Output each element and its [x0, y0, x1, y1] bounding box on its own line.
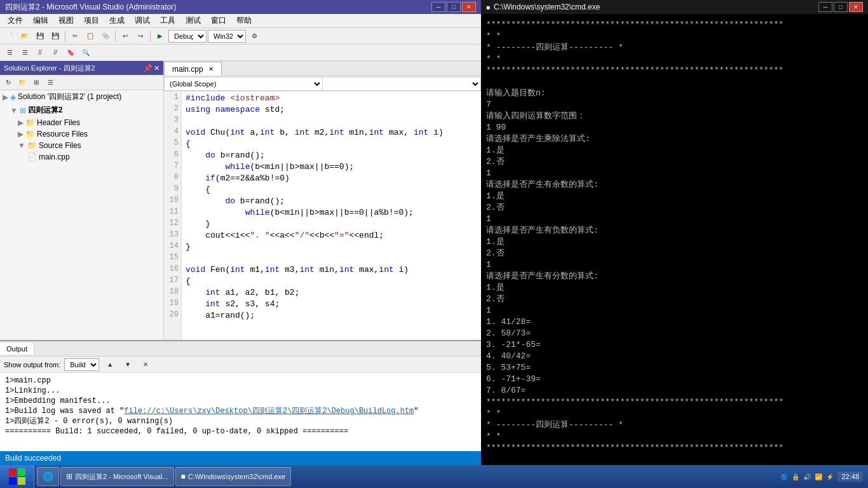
se-resource-files-item[interactable]: ▶ 📁 Resource Files — [0, 128, 163, 140]
se-source-files-item[interactable]: ▼ 📁 Source Files — [0, 140, 163, 151]
copy-btn[interactable]: 📋 — [83, 29, 97, 43]
code-content[interactable]: #include <iostream> using namespace std;… — [183, 92, 481, 340]
code-area[interactable]: 1234 5678 9101112 13141516 17181920 #inc… — [164, 92, 481, 340]
se-header-files-item[interactable]: ▶ 📁 Header Files — [0, 117, 163, 128]
cmd-problem-1: 1. 41/28= — [486, 316, 863, 328]
save-btn[interactable]: 💾 — [33, 29, 47, 43]
vs-maximize-btn[interactable]: □ — [447, 2, 461, 12]
menu-view[interactable]: 视图 — [53, 14, 79, 27]
cmd-opt3-2: 2.否 — [486, 156, 863, 168]
main-cpp-tab[interactable]: main.cpp ✕ — [164, 62, 222, 76]
menu-debug[interactable]: 调试 — [130, 14, 155, 27]
solution-label: Solution '四则运算2' (1 project) — [18, 92, 121, 102]
se-header: Solution Explorer - 四则运算2 📌 ✕ — [0, 61, 163, 75]
output-line-5: 1>四则运算2 - 0 error(s), 0 warning(s) — [5, 416, 476, 426]
menu-edit[interactable]: 编辑 — [28, 14, 53, 27]
output-tab[interactable]: Output — [0, 343, 34, 355]
cmd-close-btn[interactable]: ✕ — [849, 2, 863, 12]
redo-btn[interactable]: ↪ — [133, 29, 147, 43]
save-all-btn[interactable]: 💾 — [48, 29, 62, 43]
sep3 — [150, 30, 151, 42]
debug-config-combo[interactable]: Debug — [168, 30, 207, 43]
new-file-btn[interactable]: 📄 — [3, 29, 17, 43]
se-close-btn[interactable]: ✕ — [154, 64, 159, 72]
cmd-footer-text3: * * — [486, 431, 863, 442]
paste-btn[interactable]: 📎 — [98, 29, 112, 43]
taskbar-cmd-btn[interactable]: ■ C:\Windows\system32\cmd.exe — [175, 467, 292, 486]
se-title: Solution Explorer - 四则运算2 — [4, 64, 95, 73]
build-log-link[interactable]: file://c:\Users\zxy\Desktop\四则运算2\四则运算2\… — [124, 407, 414, 416]
vs-main: Solution Explorer - 四则运算2 📌 ✕ ↻ 📁 ⊞ ☰ ▶ … — [0, 61, 481, 340]
se-pin-btn[interactable]: 📌 — [144, 64, 153, 72]
cut-btn[interactable]: ✂ — [68, 29, 82, 43]
comment-btn[interactable]: // — [33, 46, 47, 60]
menu-window[interactable]: 窗口 — [206, 14, 231, 27]
output-line-2: 1>Linking... — [5, 386, 476, 396]
cmd-title-text: C:\Windows\system32\cmd.exe — [494, 3, 600, 11]
tray-icon-1: 🔵 — [780, 473, 788, 480]
cmd-icon: ■ — [486, 4, 490, 11]
output-line-3: 1>Embedding manifest... — [5, 396, 476, 406]
taskbar-vs-btn[interactable]: ⊞ 四则运算2 - Microsoft Visual... — [60, 467, 174, 486]
tab-close[interactable]: ✕ — [208, 65, 214, 72]
status-text: Build succeeded — [5, 454, 61, 463]
project-icon: ⊞ — [20, 106, 26, 115]
vs-taskbar-icon: ⊞ — [66, 472, 72, 481]
windows-logo-icon — [8, 467, 27, 486]
menu-tools[interactable]: 工具 — [155, 14, 180, 27]
scope-combo[interactable]: (Global Scope) — [164, 77, 323, 91]
menu-project[interactable]: 项目 — [79, 14, 104, 27]
taskbar-items: 🌐 ⊞ 四则运算2 - Microsoft Visual... ■ C:\Win… — [34, 467, 775, 486]
cmd-maximize-btn[interactable]: □ — [834, 2, 848, 12]
output-source-combo[interactable]: Build — [64, 358, 99, 371]
cmd-problem-7: 7. 8/67= — [486, 385, 863, 396]
se-btn2[interactable]: 📁 — [15, 76, 29, 90]
indent-btn[interactable]: ☰ — [3, 46, 17, 60]
se-btn4[interactable]: ☰ — [43, 76, 57, 90]
cmd-window: ****************************************… — [481, 14, 868, 465]
se-solution-item[interactable]: ▶ ◈ Solution '四则运算2' (1 project) — [0, 90, 163, 104]
menu-test[interactable]: 测试 — [180, 14, 206, 27]
toolbar-extra[interactable]: ⚙ — [247, 29, 261, 43]
se-project-item[interactable]: ▼ ⊞ 四则运算2 — [0, 104, 163, 117]
output-line-4: 1>Build log was saved at "file://c:\User… — [5, 406, 476, 416]
cmd-opt3-1: 1.是 — [486, 145, 863, 156]
cmd-input3: 1 — [486, 168, 863, 179]
se-btn3[interactable]: ⊞ — [29, 76, 43, 90]
uncomment-btn[interactable]: // — [48, 46, 62, 60]
sep2 — [115, 30, 116, 42]
vs-toolbar1: 📄 📂 💾 💾 ✂ 📋 📎 ↩ ↪ ▶ Debug Win32 ⚙ — [0, 28, 481, 44]
output-btn1[interactable]: ▲ — [103, 358, 117, 372]
vs-close-btn[interactable]: ✕ — [462, 2, 476, 12]
menu-file[interactable]: 文件 — [3, 14, 28, 27]
output-clear-btn[interactable]: ✕ — [139, 358, 153, 372]
cmd-opt4-2: 2.否 — [486, 202, 863, 214]
statusbar: Build succeeded — [0, 451, 481, 465]
symbol-combo[interactable] — [323, 77, 481, 91]
tray-icon-5: ⚡ — [826, 473, 834, 480]
start-debug-btn[interactable]: ▶ — [153, 29, 167, 43]
header-files-icon: 📁 — [25, 118, 35, 127]
se-main-cpp-item[interactable]: 📄 main.cpp — [0, 151, 163, 163]
cmd-minimize-btn[interactable]: ─ — [818, 2, 832, 12]
cmd-footer-stars2: ****************************************… — [486, 442, 863, 454]
svg-rect-2 — [9, 477, 17, 485]
start-button[interactable] — [0, 465, 34, 488]
main-cpp-label: main.cpp — [39, 152, 70, 161]
unindent-btn[interactable]: ☰ — [18, 46, 32, 60]
output-content: 1>main.cpp 1>Linking... 1>Embedding mani… — [0, 373, 481, 451]
se-btn1[interactable]: ↻ — [1, 76, 15, 90]
vs-titlebar: 四则运算2 - Microsoft Visual Studio (Adminis… — [0, 0, 481, 14]
vs-minimize-btn[interactable]: ─ — [431, 2, 445, 12]
output-btn2[interactable]: ▼ — [121, 358, 135, 372]
undo-btn[interactable]: ↩ — [118, 29, 132, 43]
open-file-btn[interactable]: 📂 — [18, 29, 32, 43]
menu-help[interactable]: 帮助 — [231, 14, 257, 27]
bookmark-btn[interactable]: 🔖 — [64, 46, 78, 60]
menu-build[interactable]: 生成 — [104, 14, 130, 27]
search-btn[interactable]: 🔍 — [79, 46, 93, 60]
taskbar-ie-btn[interactable]: 🌐 — [37, 467, 59, 486]
system-clock[interactable]: 22:48 — [837, 471, 863, 482]
cmd-problem-3: 3. -21*-65= — [486, 339, 863, 351]
platform-combo[interactable]: Win32 — [208, 30, 246, 43]
